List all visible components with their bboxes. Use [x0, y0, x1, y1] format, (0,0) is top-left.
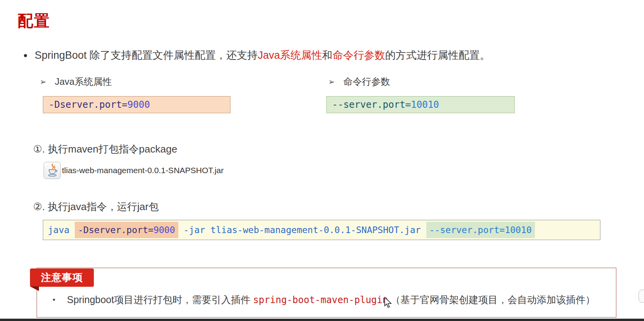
cmd-jar-arg: -jar tlias-web-management-0.0.1-SNAPSHOT… — [178, 225, 426, 235]
note-box — [37, 268, 616, 317]
slide-page: 配置 ● SpringBoot 除了支持配置文件属性配置，还支持Java系统属性… — [0, 0, 644, 321]
code-prefix: -Dserver.port= — [49, 99, 127, 110]
bullet-icon: • — [53, 295, 55, 304]
plugin-name-code: spring-boot-maven-plugin — [253, 295, 388, 305]
note-line: • Springboot项目进行打包时，需要引入插件 spring-boot-m… — [53, 293, 595, 306]
partial-floating-control[interactable] — [639, 289, 644, 303]
java-jar-file-icon — [44, 162, 61, 179]
cmd-args-heading: ➢ 命令行参数 — [328, 75, 390, 88]
note-badge: 注意事项 — [30, 268, 94, 287]
cmd-args-heading-label: 命令行参数 — [343, 75, 390, 88]
step2-label: ②. 执行java指令，运行jar包 — [33, 200, 158, 214]
code-value: 9000 — [127, 99, 150, 110]
bullet-icon: ● — [23, 51, 28, 60]
arrow-bullet-icon: ➢ — [328, 77, 335, 86]
code-prefix: --server.port= — [332, 99, 411, 110]
step1-label: ①. 执行maven打包指令package — [33, 142, 177, 156]
emphasis-java-system-props: Java系统属性 — [258, 49, 322, 61]
arrow-bullet-icon: ➢ — [40, 77, 46, 86]
intro-line: ● SpringBoot 除了支持配置文件属性配置，还支持Java系统属性和命令… — [23, 48, 490, 62]
java-props-heading: ➢ Java系统属性 — [40, 75, 112, 88]
cmd-java: java — [48, 225, 75, 235]
emphasis-cmdline-args: 命令行参数 — [333, 49, 385, 61]
page-title: 配置 — [18, 10, 50, 32]
jar-file-name: tlias-web-management-0.0.1-SNAPSHOT.jar — [62, 166, 224, 175]
mouse-cursor-icon — [384, 297, 393, 309]
cmd-serverport-highlight: --server.port=10010 — [426, 222, 535, 238]
java-command-box: java -Dserver.port=9000 -jar tlias-web-m… — [43, 220, 600, 240]
cmd-args-code-box: --server.port=10010 — [326, 96, 515, 113]
jar-file-row: tlias-web-management-0.0.1-SNAPSHOT.jar — [44, 162, 224, 179]
note-text: Springboot项目进行打包时，需要引入插件 spring-boot-mav… — [67, 293, 595, 306]
code-value: 10010 — [411, 99, 439, 110]
intro-text: SpringBoot 除了支持配置文件属性配置，还支持Java系统属性和命令行参… — [35, 48, 490, 62]
java-props-code-box: -Dserver.port=9000 — [43, 96, 231, 113]
java-props-heading-label: Java系统属性 — [55, 75, 112, 88]
bottom-edge-bar — [0, 319, 644, 321]
cmd-dserver-highlight: -Dserver.port=9000 — [75, 222, 178, 238]
